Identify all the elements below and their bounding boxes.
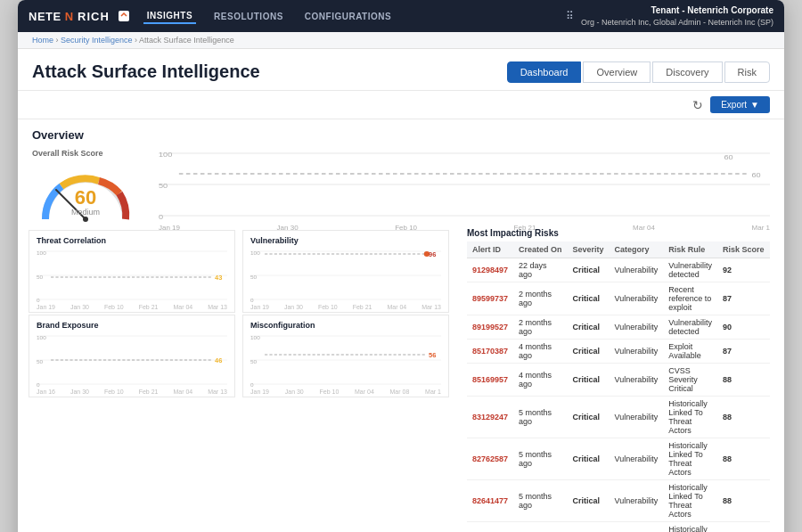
cell-alert-id: 89599737 xyxy=(467,282,513,315)
col-rule: Risk Rule xyxy=(663,241,717,258)
alert-link[interactable]: 89199527 xyxy=(472,323,508,331)
tenant-info: Tenant - Netenrich Corporate Org - Neten… xyxy=(581,4,773,29)
svg-text:60: 60 xyxy=(724,153,733,161)
brand-exposure-chart: Brand Exposure 100 50 0 46 Jan 16Jan 30F… xyxy=(29,315,235,397)
breadcrumb: Home › Security Intelligence › Attack Su… xyxy=(18,32,784,49)
table-row: 83129247 5 months ago Critical Vulnerabi… xyxy=(467,397,770,438)
alert-link[interactable]: 85170387 xyxy=(472,347,508,356)
alert-link[interactable]: 91298497 xyxy=(472,266,508,274)
cell-alert-id: 91298497 xyxy=(467,258,513,282)
table-row: 91298497 22 days ago Critical Vulnerabil… xyxy=(467,258,770,282)
svg-text:0: 0 xyxy=(250,297,254,302)
brand-chart-title: Brand Exposure xyxy=(37,321,227,330)
cell-category: Vulnerability xyxy=(610,397,664,438)
alert-link[interactable]: 83129247 xyxy=(472,413,508,422)
cell-score: 88 xyxy=(717,522,770,533)
cell-score: 92 xyxy=(717,258,770,282)
cell-score: 88 xyxy=(717,438,770,480)
svg-text:50: 50 xyxy=(37,358,44,364)
cell-severity: Critical xyxy=(568,397,610,438)
misconfig-chart: Misconfiguration 100 50 0 56 Jan 19Jan 3… xyxy=(242,315,449,397)
gauge-label: Overall Risk Score xyxy=(32,149,148,158)
cell-category: Vulnerability xyxy=(610,480,664,522)
grid-icon[interactable]: ⠿ xyxy=(566,10,574,22)
page-title: Attack Surface Intelligence xyxy=(32,61,260,82)
cell-score: 90 xyxy=(717,315,770,340)
cell-category: Vulnerability xyxy=(610,438,664,480)
tenant-name: Tenant - Netenrich Corporate xyxy=(581,4,773,17)
svg-text:46: 46 xyxy=(215,356,222,364)
charts-middle: Vulnerability 100 50 0 96 xyxy=(239,228,453,532)
vulnerability-chart-title: Vulnerability xyxy=(250,236,441,245)
lower-section: Threat Correlation 100 50 0 43 Ja xyxy=(18,228,784,532)
cell-alert-id: 85169957 xyxy=(467,364,513,397)
cell-score: 88 xyxy=(717,480,770,522)
cell-created: 5 months ago xyxy=(513,438,568,480)
col-severity: Severity xyxy=(568,241,610,258)
logo: NETENRICH xyxy=(29,10,129,23)
cell-created: 2 months ago xyxy=(513,282,568,315)
export-label: Export xyxy=(721,100,747,110)
cell-category: Vulnerability xyxy=(610,258,664,282)
app-window: NETENRICH INSIGHTS RESOLUTIONS CONFIGURA… xyxy=(18,0,784,532)
svg-text:0: 0 xyxy=(250,381,254,387)
nav-resolutions[interactable]: RESOLUTIONS xyxy=(210,10,287,23)
cell-score: 87 xyxy=(717,340,770,364)
alert-link[interactable]: 82641477 xyxy=(472,496,508,505)
svg-text:96: 96 xyxy=(429,250,436,258)
tab-dashboard[interactable]: Dashboard xyxy=(507,61,582,83)
tab-discovery[interactable]: Discovery xyxy=(652,61,722,83)
cell-created: 4 months ago xyxy=(513,364,568,397)
svg-text:0: 0 xyxy=(37,381,40,387)
cell-created: 4 months ago xyxy=(513,340,568,364)
cell-created: 5 months ago xyxy=(513,480,568,522)
alert-link[interactable]: 82762587 xyxy=(472,454,508,463)
threat-chart-title: Threat Correlation xyxy=(37,236,227,245)
col-created: Created On xyxy=(513,241,568,258)
cell-created: 5 months ago xyxy=(513,522,568,533)
nav-insights[interactable]: INSIGHTS xyxy=(143,9,196,24)
nav-right: ⠿ Tenant - Netenrich Corporate Org - Net… xyxy=(566,4,773,29)
svg-text:50: 50 xyxy=(37,274,44,280)
tab-overview[interactable]: Overview xyxy=(583,61,651,83)
table-row: 82641477 5 months ago Critical Vulnerabi… xyxy=(467,480,770,522)
gauge-number: 60 xyxy=(71,188,100,208)
cell-rule: Vulnerability detected xyxy=(663,258,717,282)
svg-text:0: 0 xyxy=(37,297,40,302)
breadcrumb-home[interactable]: Home xyxy=(32,36,53,45)
cell-severity: Critical xyxy=(568,480,610,522)
cell-severity: Critical xyxy=(568,282,610,315)
cell-severity: Critical xyxy=(568,340,610,364)
overview-label: Overview xyxy=(32,128,770,142)
col-category: Category xyxy=(610,241,664,258)
cell-rule: Historically Linked To Threat Actors xyxy=(663,480,717,522)
svg-text:100: 100 xyxy=(37,334,46,340)
misconfig-chart-area: 100 50 0 56 Jan 19Jan 30Feb 10Mar 04Mar … xyxy=(250,333,441,391)
nav-configurations[interactable]: CONFIGURATIONS xyxy=(301,10,395,23)
tab-risk[interactable]: Risk xyxy=(724,61,770,83)
cell-score: 87 xyxy=(717,282,770,315)
breadcrumb-security[interactable]: Security Intelligence xyxy=(61,36,133,45)
export-button[interactable]: Export ▼ xyxy=(710,96,770,113)
cell-severity: Critical xyxy=(568,522,610,533)
svg-text:0: 0 xyxy=(159,213,163,220)
cell-created: 5 months ago xyxy=(513,397,568,438)
page-header: Attack Surface Intelligence Dashboard Ov… xyxy=(18,49,784,91)
svg-text:56: 56 xyxy=(429,351,436,359)
table-row: 85170387 4 months ago Critical Vulnerabi… xyxy=(467,340,770,364)
table-row: 85169957 4 months ago Critical Vulnerabi… xyxy=(467,364,770,397)
table-row: 92641407 5 months ago Critical Vulnerabi… xyxy=(467,522,770,533)
cell-category: Vulnerability xyxy=(610,364,664,397)
toolbar: ↻ Export ▼ xyxy=(18,91,784,119)
svg-text:100: 100 xyxy=(250,250,260,256)
alert-link[interactable]: 85169957 xyxy=(472,375,508,384)
svg-text:60: 60 xyxy=(751,171,760,179)
alert-link[interactable]: 89599737 xyxy=(472,294,508,303)
threat-chart-area: 100 50 0 43 Jan 19Jan 30Feb 10Feb 21Mar … xyxy=(37,249,227,307)
cell-alert-id: 82762587 xyxy=(467,438,513,480)
gauge-level: Medium xyxy=(71,208,100,217)
svg-text:43: 43 xyxy=(215,274,222,282)
top-nav: NETENRICH INSIGHTS RESOLUTIONS CONFIGURA… xyxy=(18,0,784,32)
refresh-button[interactable]: ↻ xyxy=(692,98,703,112)
threat-correlation-chart: Threat Correlation 100 50 0 43 Ja xyxy=(29,230,235,313)
